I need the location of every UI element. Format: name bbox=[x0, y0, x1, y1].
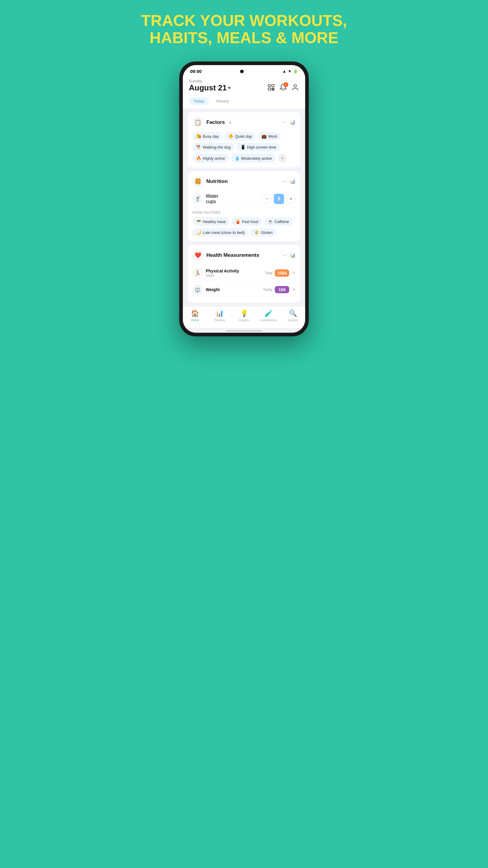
svg-point-6 bbox=[294, 85, 297, 87]
chip-add-button[interactable]: + bbox=[278, 154, 287, 163]
chip-late-emoji: 🌙 bbox=[196, 230, 201, 235]
water-title: Water bbox=[206, 193, 218, 199]
nav-experiments[interactable]: 🧪 Experiments bbox=[256, 310, 281, 322]
factors-chips-row-2: 🐕 Walking the dog 📱 High screen time bbox=[193, 143, 295, 151]
factors-chart-icon[interactable]: 📊 bbox=[290, 120, 295, 125]
water-info-left: 🥤 Water cups bbox=[193, 193, 218, 204]
chip-gluten[interactable]: 🌾 Gluten bbox=[251, 228, 276, 237]
chip-walking-emoji: 🐕 bbox=[196, 145, 201, 150]
chip-healthy-meal[interactable]: 🥗 Healthy meal bbox=[193, 217, 229, 226]
factors-card-header: 📋 Factors 4 ⤢ 📊 bbox=[193, 117, 295, 128]
experiments-icon: 🧪 bbox=[264, 310, 272, 317]
status-bar: 09:00 ▲ ▼ 🔋 bbox=[183, 65, 305, 76]
status-icons: ▲ ▼ 🔋 bbox=[282, 69, 298, 73]
health-title: Health Measurements bbox=[206, 252, 259, 258]
chip-healthy-label: Healthy meal bbox=[203, 219, 226, 224]
chip-busy-emoji: 😘 bbox=[196, 134, 201, 138]
profile-button[interactable] bbox=[291, 84, 299, 93]
food-chips-row-2: 🌙 Late meal (close to bed) 🌾 Gluten bbox=[193, 228, 295, 237]
chip-gluten-label: Gluten bbox=[261, 230, 272, 235]
water-minus-button[interactable]: − bbox=[262, 194, 271, 204]
factors-chips-row: 😘 Busy day 🐥 Quiet day 💼 Work bbox=[193, 132, 295, 141]
chip-screen[interactable]: 📱 High screen time bbox=[237, 143, 280, 151]
weight-icon: ⚖️ bbox=[193, 284, 203, 295]
chip-work[interactable]: 💼 Work bbox=[258, 132, 281, 141]
activity-add-button[interactable]: + bbox=[292, 270, 295, 276]
nav-insights-label: Insights bbox=[239, 318, 249, 322]
weight-value: 166 bbox=[275, 286, 289, 293]
chip-caffeine-label: Caffeine bbox=[274, 219, 289, 224]
chip-work-label: Work bbox=[268, 134, 277, 138]
water-unit: cups bbox=[206, 199, 218, 204]
weight-right: Today 166 + bbox=[263, 286, 295, 293]
chip-busy-day[interactable]: 😘 Busy day bbox=[193, 132, 222, 141]
factors-expand-icon[interactable]: ⤢ bbox=[282, 119, 288, 126]
chip-screen-emoji: 📱 bbox=[240, 145, 246, 150]
health-card-actions: ⤢ 📊 bbox=[283, 253, 295, 258]
nav-insights[interactable]: 💡 Insights bbox=[232, 310, 256, 322]
chip-walking-label: Walking the dog bbox=[203, 145, 231, 150]
chip-gluten-emoji: 🌾 bbox=[254, 230, 259, 235]
bottom-nav: 🏠 Home 📊 Timeline 💡 Insights 🧪 Experimen… bbox=[183, 306, 305, 328]
chip-quiet-emoji: 🐥 bbox=[228, 134, 233, 138]
chip-caffeine[interactable]: ☕ Caffeine bbox=[264, 217, 293, 226]
home-bar bbox=[226, 330, 262, 332]
activity-sub: steps bbox=[206, 273, 239, 278]
water-row: 🥤 Water cups − 5 + bbox=[193, 191, 295, 207]
physical-activity-left: 🏃 Physical Activity steps bbox=[193, 268, 239, 278]
nutrition-title-row: 🍔 Nutrition bbox=[193, 176, 228, 187]
activity-right: Total 2584 + bbox=[265, 270, 295, 277]
health-expand-icon[interactable]: ⤢ bbox=[282, 252, 288, 258]
chip-screen-label: High screen time bbox=[247, 145, 276, 150]
health-card-header: ❤️ Health Measurements ⤢ 📊 bbox=[193, 250, 295, 261]
explore-icon: 🔍 bbox=[289, 310, 297, 317]
water-plus-button[interactable]: + bbox=[287, 194, 295, 204]
factors-title-row: 📋 Factors 4 bbox=[193, 117, 231, 128]
nutrition-card-header: 🍔 Nutrition ⤢ 📊 bbox=[193, 176, 295, 187]
weight-row: ⚖️ Weight Today 166 + bbox=[193, 281, 295, 298]
svg-rect-2 bbox=[268, 88, 270, 91]
chip-walking[interactable]: 🐕 Walking the dog bbox=[193, 143, 234, 151]
chip-late-meal[interactable]: 🌙 Late meal (close to bed) bbox=[193, 228, 248, 237]
nutrition-chart-icon[interactable]: 📊 bbox=[290, 179, 295, 184]
chip-fast-food[interactable]: 🍟 Fast food bbox=[232, 217, 262, 226]
weight-label: Today bbox=[263, 287, 272, 292]
activity-label: Total bbox=[265, 271, 272, 275]
nav-timeline[interactable]: 📊 Timeline bbox=[207, 310, 232, 322]
health-icon: ❤️ bbox=[193, 250, 203, 261]
chip-moderately-active[interactable]: 💧 Moderately active bbox=[231, 154, 275, 163]
chip-fire-emoji: 🔥 bbox=[196, 156, 201, 161]
header-icons: 2 bbox=[267, 84, 299, 93]
tab-today[interactable]: Today bbox=[189, 97, 209, 105]
health-title-row: ❤️ Health Measurements bbox=[193, 250, 259, 261]
chip-highly-active-label: Highly active bbox=[203, 156, 225, 161]
chip-quiet-day[interactable]: 🐥 Quiet day bbox=[225, 132, 255, 141]
chip-highly-active[interactable]: 🔥 Highly active bbox=[193, 154, 229, 163]
nav-explore[interactable]: 🔍 Explore bbox=[281, 310, 305, 322]
nav-home[interactable]: 🏠 Home bbox=[183, 310, 207, 322]
tab-weekly[interactable]: Weekly bbox=[212, 97, 234, 105]
nav-timeline-label: Timeline bbox=[214, 318, 225, 322]
weight-add-button[interactable]: + bbox=[292, 287, 295, 293]
nutrition-expand-icon[interactable]: ⤢ bbox=[282, 178, 288, 185]
signal-icon: ▲ bbox=[282, 69, 286, 73]
factors-title: Factors bbox=[206, 119, 225, 125]
health-chart-icon[interactable]: 📊 bbox=[290, 253, 295, 258]
chip-quiet-label: Quiet day bbox=[235, 134, 252, 138]
chip-moderately-label: Moderately active bbox=[241, 156, 272, 161]
nav-home-label: Home bbox=[191, 318, 199, 322]
date-main[interactable]: August 21 ▾ bbox=[189, 83, 230, 93]
grid-button[interactable] bbox=[267, 84, 275, 93]
day-label: Sunday bbox=[189, 79, 230, 83]
food-factors-label: FOOD FACTORS bbox=[193, 211, 295, 214]
bell-button[interactable]: 2 bbox=[279, 84, 287, 93]
home-indicator bbox=[183, 328, 305, 333]
phone-outer: 09:00 ▲ ▼ 🔋 Sunday August 21 ▾ bbox=[179, 61, 309, 336]
phone-screen: 09:00 ▲ ▼ 🔋 Sunday August 21 ▾ bbox=[183, 65, 305, 333]
health-measurements-card: ❤️ Health Measurements ⤢ 📊 🏃 bbox=[188, 245, 300, 303]
wifi-icon: ▼ bbox=[288, 69, 292, 73]
factors-count: 4 bbox=[229, 120, 231, 125]
date-section: Sunday August 21 ▾ bbox=[189, 79, 230, 93]
activity-icon: 🏃 bbox=[193, 268, 203, 278]
chip-fastfood-emoji: 🍟 bbox=[235, 219, 240, 224]
